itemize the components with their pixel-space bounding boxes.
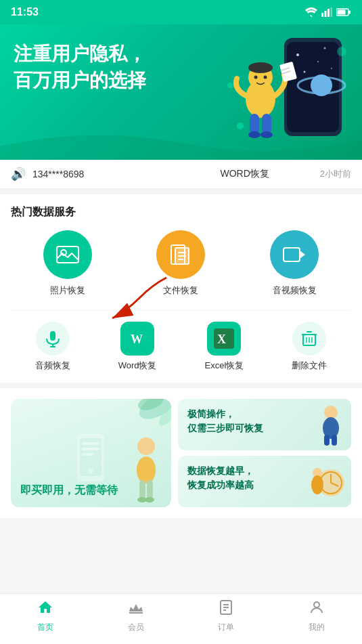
hot-services-section: 热门数据服务 照片恢复 bbox=[0, 194, 362, 383]
banner-right: 极简操作， 仅需三步即可恢复 数据恢复越早， 恢复成功 bbox=[178, 399, 351, 507]
svg-rect-1 bbox=[325, 11, 327, 17]
svg-rect-0 bbox=[321, 13, 323, 17]
nav-my-label: 我的 bbox=[309, 622, 325, 633]
status-bar: 11:53 bbox=[0, 0, 362, 24]
phone-illustration bbox=[74, 433, 108, 487]
service-photo-recovery[interactable]: 照片恢复 bbox=[43, 230, 92, 297]
word-icon: W bbox=[127, 328, 148, 349]
service-grid-bottom: 音频恢复 W Word恢复 bbox=[11, 310, 351, 372]
mic-icon bbox=[44, 330, 62, 347]
svg-rect-61 bbox=[82, 448, 99, 450]
word-icon-wrap: W bbox=[120, 322, 154, 356]
nav-member-label: 会员 bbox=[128, 622, 144, 633]
person-illustration-1 bbox=[307, 402, 348, 446]
hero-text: 注重用户隐私， 百万用户的选择 bbox=[14, 41, 348, 93]
trash-icon-wrap bbox=[292, 322, 326, 356]
services-container: 照片恢复 文件恢复 bbox=[11, 230, 351, 372]
photo-icon bbox=[55, 242, 80, 267]
nav-member[interactable]: 会员 bbox=[116, 599, 156, 633]
banner-card-1[interactable]: 极简操作， 仅需三步即可恢复 bbox=[178, 399, 351, 450]
svg-point-84 bbox=[314, 602, 319, 607]
svg-rect-42 bbox=[50, 331, 55, 341]
photo-recovery-label: 照片恢复 bbox=[50, 284, 85, 297]
hero-title: 注重用户隐私， 百万用户的选择 bbox=[14, 41, 348, 93]
svg-rect-21 bbox=[250, 114, 259, 134]
video-recovery-icon-wrap bbox=[270, 230, 319, 279]
svg-marker-40 bbox=[300, 251, 305, 259]
crown-icon bbox=[128, 599, 144, 620]
status-time: 11:53 bbox=[11, 6, 39, 18]
service-file-recovery[interactable]: 文件恢复 bbox=[156, 230, 205, 297]
trash-icon bbox=[300, 330, 318, 347]
svg-text:W: W bbox=[131, 332, 143, 346]
service-grid-top: 照片恢复 文件恢复 bbox=[11, 230, 351, 297]
service-audio-recovery[interactable]: 音频恢复 bbox=[35, 322, 70, 372]
nav-home-label: 首页 bbox=[37, 622, 53, 633]
svg-point-79 bbox=[311, 475, 323, 494]
service-delete-file[interactable]: 删除文件 bbox=[292, 322, 327, 372]
service-excel-recovery[interactable]: X Excel恢复 bbox=[205, 322, 244, 372]
service-word-recovery[interactable]: W Word恢复 bbox=[118, 322, 157, 372]
nav-my[interactable]: 我的 bbox=[296, 599, 337, 633]
svg-rect-39 bbox=[284, 248, 300, 261]
status-icons bbox=[305, 7, 351, 17]
svg-point-28 bbox=[237, 123, 244, 129]
order-icon bbox=[218, 599, 234, 620]
excel-recovery-label: Excel恢复 bbox=[205, 360, 244, 372]
battery-icon bbox=[336, 8, 351, 16]
svg-text:X: X bbox=[217, 332, 226, 346]
notification-bar: 🔊 134****8698 WORD恢复 2小时前 bbox=[0, 160, 362, 189]
banner-left-text: 即买即用，无需等待 bbox=[20, 484, 162, 498]
notif-time: 2小时前 bbox=[320, 168, 351, 180]
home-icon bbox=[37, 599, 53, 620]
notif-phone: 134****8698 bbox=[32, 169, 169, 179]
excel-icon-wrap: X bbox=[207, 322, 241, 356]
svg-point-64 bbox=[137, 437, 155, 455]
svg-point-24 bbox=[261, 131, 273, 138]
service-video-recovery[interactable]: 音视频恢复 bbox=[270, 230, 319, 297]
delete-file-label: 删除文件 bbox=[292, 360, 327, 372]
nav-order-label: 订单 bbox=[218, 622, 234, 633]
nav-order[interactable]: 订单 bbox=[206, 599, 246, 633]
file-recovery-label: 文件恢复 bbox=[163, 284, 198, 297]
svg-rect-22 bbox=[262, 114, 271, 134]
hero-banner: 注重用户隐私， 百万用户的选择 bbox=[0, 24, 362, 160]
word-recovery-label: Word恢复 bbox=[118, 360, 157, 372]
photo-recovery-icon-wrap bbox=[43, 230, 92, 279]
video-icon bbox=[282, 242, 307, 267]
svg-point-63 bbox=[88, 468, 93, 473]
banner-section: 即买即用，无需等待 极简操作， 仅需三步即可恢复 bbox=[0, 388, 362, 518]
speaker-icon: 🔊 bbox=[11, 167, 26, 181]
svg-point-69 bbox=[145, 497, 154, 502]
banner-card-2[interactable]: 数据恢复越早， 恢复成功率越高 bbox=[178, 456, 351, 507]
video-recovery-label: 音视频恢复 bbox=[273, 284, 317, 297]
svg-rect-5 bbox=[338, 10, 346, 15]
svg-rect-73 bbox=[332, 435, 337, 446]
file-recovery-icon-wrap bbox=[156, 230, 205, 279]
svg-rect-3 bbox=[331, 7, 333, 17]
nav-home[interactable]: 首页 bbox=[25, 599, 66, 633]
svg-point-23 bbox=[248, 131, 261, 138]
file-icon bbox=[168, 242, 193, 267]
clock-illustration bbox=[307, 459, 348, 503]
audio-recovery-label: 音频恢复 bbox=[35, 360, 70, 372]
notif-type: WORD恢复 bbox=[176, 168, 313, 180]
banner-left[interactable]: 即买即用，无需等待 bbox=[11, 399, 171, 507]
svg-rect-60 bbox=[82, 442, 99, 445]
svg-rect-72 bbox=[324, 435, 330, 446]
wifi-icon bbox=[305, 7, 317, 17]
svg-rect-6 bbox=[349, 11, 351, 14]
svg-rect-2 bbox=[327, 9, 330, 17]
excel-icon: X bbox=[214, 328, 234, 349]
svg-rect-62 bbox=[82, 453, 94, 456]
audio-icon-wrap bbox=[36, 322, 70, 356]
bottom-nav: 首页 会员 订单 我的 bbox=[0, 593, 362, 644]
signal-icon bbox=[321, 7, 332, 17]
user-icon bbox=[309, 599, 325, 620]
section-title-hot: 热门数据服务 bbox=[11, 205, 351, 219]
svg-point-65 bbox=[137, 456, 156, 484]
